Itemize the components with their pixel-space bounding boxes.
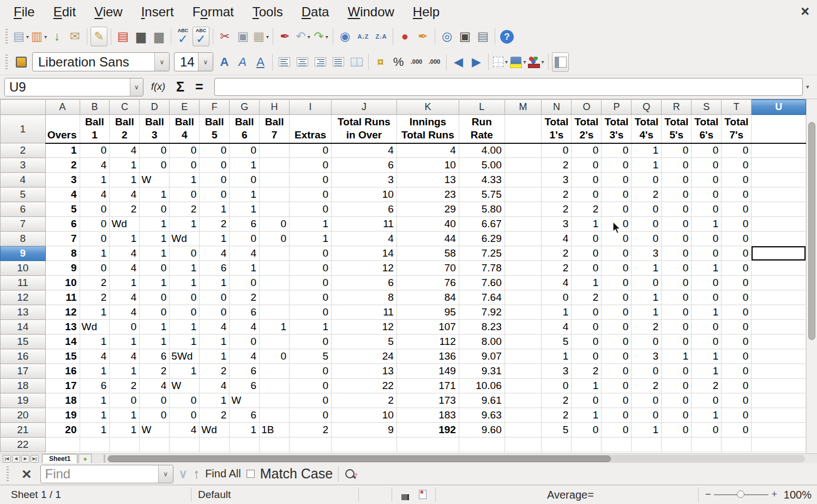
zoom-slider[interactable]: − + (705, 490, 777, 500)
cell-J10[interactable]: 12 (332, 261, 397, 276)
cell-Q20[interactable]: 0 (632, 408, 662, 423)
cell-Q12[interactable]: 1 (632, 290, 662, 305)
cell-L10[interactable]: 7.78 (459, 261, 504, 276)
cell-B3[interactable]: 4 (80, 158, 110, 173)
cell-A12[interactable]: 11 (45, 290, 80, 305)
cell-P15[interactable]: 0 (602, 335, 632, 349)
bold-button[interactable]: A (216, 52, 233, 72)
cell-C11[interactable]: 1 (110, 276, 140, 290)
cell-O14[interactable]: 0 (572, 320, 602, 335)
cell-G22[interactable] (230, 438, 260, 452)
cell-J22[interactable] (332, 438, 397, 452)
cell-T3[interactable]: 0 (722, 158, 752, 173)
cell-D12[interactable]: 0 (140, 290, 170, 305)
cell-M12[interactable] (504, 290, 542, 305)
borders-button[interactable]: ▾ (492, 52, 509, 72)
column-header-O[interactable]: O (572, 100, 602, 115)
cell-P1[interactable]: Total3's (602, 115, 632, 143)
cell-C12[interactable]: 4 (110, 290, 140, 305)
open-button[interactable]: ▥▾ (31, 27, 47, 46)
cell-D18[interactable]: 4 (140, 379, 170, 393)
cell-B8[interactable]: 0 (80, 232, 110, 246)
cell-Q10[interactable]: 1 (632, 261, 662, 276)
cell-G16[interactable]: 4 (230, 349, 260, 364)
cell-U5[interactable] (752, 187, 806, 202)
cell-D20[interactable]: 0 (140, 408, 170, 423)
cell-I19[interactable]: 0 (290, 393, 332, 408)
cell-U7[interactable] (752, 217, 806, 232)
cell-N14[interactable]: 4 (542, 320, 572, 335)
column-header-B[interactable]: B (80, 100, 110, 115)
cell-T21[interactable]: 0 (722, 423, 752, 438)
cell-R15[interactable]: 0 (662, 335, 692, 349)
cell-M3[interactable] (504, 158, 542, 173)
font-color-button[interactable]: ▾ (528, 52, 545, 72)
column-header-P[interactable]: P (602, 100, 632, 115)
cell-P9[interactable]: 0 (602, 246, 632, 261)
cell-B10[interactable]: 0 (80, 261, 110, 276)
cell-A9[interactable]: 8 (45, 246, 80, 261)
cell-T7[interactable]: 0 (722, 217, 752, 232)
cell-H18[interactable] (260, 379, 290, 393)
cell-C3[interactable]: 1 (110, 158, 140, 173)
cell-C17[interactable]: 1 (110, 364, 140, 379)
cell-O10[interactable]: 0 (572, 261, 602, 276)
cell-A17[interactable]: 16 (45, 364, 80, 379)
cell-U1[interactable] (752, 115, 806, 143)
cell-S17[interactable]: 1 (692, 364, 722, 379)
cell-B2[interactable]: 0 (80, 143, 110, 158)
cell-I13[interactable]: 0 (290, 305, 332, 320)
cell-D16[interactable]: 6 (140, 349, 170, 364)
cell-N13[interactable]: 1 (542, 305, 572, 320)
cell-T13[interactable]: 0 (722, 305, 752, 320)
underline-button[interactable]: A (252, 52, 269, 72)
cell-C4[interactable]: 1 (110, 173, 140, 187)
find-all-button[interactable]: Find All (205, 467, 241, 480)
gallery-button[interactable]: ● (397, 27, 413, 46)
cell-T15[interactable]: 0 (722, 335, 752, 349)
cell-D8[interactable]: 1 (140, 232, 170, 246)
cell-H17[interactable] (260, 364, 290, 379)
cell-O11[interactable]: 1 (572, 276, 602, 290)
cell-B14[interactable]: Wd (80, 320, 110, 335)
menu-window[interactable]: Window (338, 4, 403, 20)
cell-A19[interactable]: 18 (45, 393, 80, 408)
cell-T14[interactable]: 0 (722, 320, 752, 335)
cell-P6[interactable]: 0 (602, 202, 632, 217)
cell-S13[interactable]: 1 (692, 305, 722, 320)
cell-N11[interactable]: 4 (542, 276, 572, 290)
cell-T10[interactable]: 0 (722, 261, 752, 276)
cell-S7[interactable]: 1 (692, 217, 722, 232)
hyperlink-button[interactable]: ◉ (337, 27, 353, 46)
zoom-in-icon[interactable]: + (771, 489, 777, 500)
cell-H14[interactable]: 1 (260, 320, 290, 335)
cell-F10[interactable]: 6 (200, 261, 230, 276)
cell-P14[interactable]: 0 (602, 320, 632, 335)
first-sheet-button[interactable]: |◀ (3, 455, 11, 463)
cell-F8[interactable]: 1 (200, 232, 230, 246)
cell-K18[interactable]: 171 (397, 379, 459, 393)
cell-U18[interactable] (752, 379, 806, 393)
cell-L17[interactable]: 9.31 (459, 364, 504, 379)
cell-D14[interactable]: 1 (140, 320, 170, 335)
cell-S1[interactable]: Total6's (692, 115, 722, 143)
cell-M22[interactable] (504, 438, 542, 452)
column-header-G[interactable]: G (230, 100, 260, 115)
cell-P7[interactable]: 0 (602, 217, 632, 232)
new-document-button[interactable]: ▤▾ (13, 27, 29, 46)
cell-A18[interactable]: 17 (45, 379, 80, 393)
cell-reference-input[interactable] (5, 78, 130, 96)
cell-I14[interactable]: 1 (290, 320, 332, 335)
cell-L12[interactable]: 7.64 (459, 290, 504, 305)
cell-U20[interactable] (752, 408, 806, 423)
cell-J2[interactable]: 4 (332, 143, 397, 158)
cell-O20[interactable]: 1 (572, 408, 602, 423)
cell-Q8[interactable]: 0 (632, 232, 662, 246)
cell-L22[interactable] (459, 438, 504, 452)
cell-J13[interactable]: 11 (332, 305, 397, 320)
cell-N20[interactable]: 2 (542, 408, 572, 423)
close-find-bar-button[interactable]: × (19, 466, 35, 482)
cell-A2[interactable]: 1 (45, 143, 80, 158)
background-color-button[interactable]: ▾ (510, 52, 527, 72)
match-case-checkbox[interactable] (247, 470, 255, 478)
